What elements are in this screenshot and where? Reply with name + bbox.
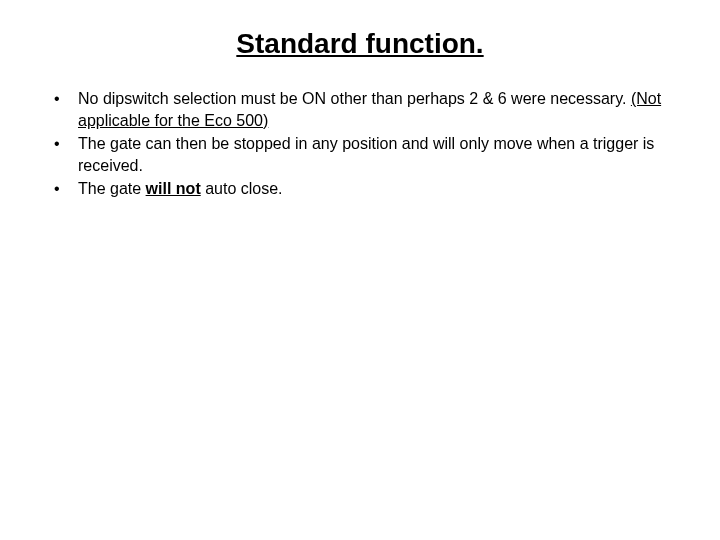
list-item: The gate will not auto close. xyxy=(54,178,680,200)
bullet-text-suffix: auto close. xyxy=(201,180,283,197)
bullet-list: No dipswitch selection must be ON other … xyxy=(40,88,680,200)
list-item: The gate can then be stopped in any posi… xyxy=(54,133,680,176)
list-item: No dipswitch selection must be ON other … xyxy=(54,88,680,131)
bullet-text-prefix: The gate can then be stopped in any posi… xyxy=(78,135,654,174)
slide-title: Standard function. xyxy=(40,28,680,60)
bullet-text-underlined: will not xyxy=(146,180,201,197)
bullet-text-prefix: No dipswitch selection must be ON other … xyxy=(78,90,631,107)
bullet-text-prefix: The gate xyxy=(78,180,146,197)
